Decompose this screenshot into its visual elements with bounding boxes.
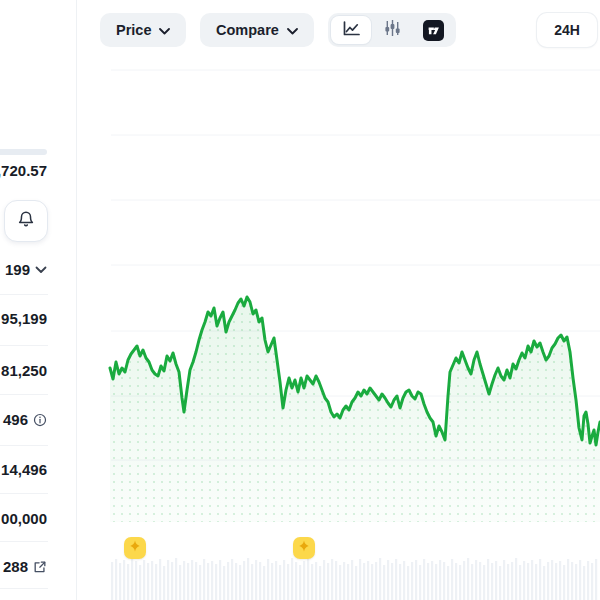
- volume-bar: [335, 561, 337, 600]
- volume-bar: [155, 564, 157, 600]
- volume-bar: [583, 566, 585, 600]
- volume-bar: [411, 562, 413, 600]
- volume-bar: [179, 565, 181, 600]
- volume-bar: [467, 558, 469, 600]
- volume-bar: [535, 564, 537, 600]
- volume-bar: [303, 561, 305, 600]
- volume-bar: [587, 561, 589, 600]
- volume-bar: [519, 565, 521, 600]
- volume-bar: [415, 560, 417, 600]
- volume-bar: [487, 559, 489, 600]
- volume-bar: [375, 562, 377, 600]
- volume-bar: [435, 564, 437, 600]
- volume-bar: [163, 566, 165, 600]
- volume-bar: [531, 560, 533, 600]
- volume-bar: [423, 559, 425, 600]
- volume-bar: [251, 564, 253, 600]
- event-marker-badge[interactable]: [293, 537, 315, 559]
- volume-bar: [151, 561, 153, 600]
- volume-bar: [131, 558, 133, 600]
- volume-bar: [203, 559, 205, 600]
- volume-bar: [235, 563, 237, 600]
- volume-bar: [591, 563, 593, 600]
- volume-bar: [379, 558, 381, 600]
- volume-bar: [395, 559, 397, 600]
- volume-bar: [595, 559, 597, 600]
- volume-bar: [175, 558, 177, 600]
- volume-bar: [331, 559, 333, 600]
- volume-bar: [419, 565, 421, 600]
- volume-bar: [443, 562, 445, 600]
- volume-bar: [195, 562, 197, 600]
- volume-bar: [563, 565, 565, 600]
- volume-bar: [159, 559, 161, 600]
- volume-bar: [307, 559, 309, 600]
- volume-bar: [227, 562, 229, 600]
- volume-bar: [283, 560, 285, 600]
- volume-bar: [367, 561, 369, 600]
- volume-bar: [295, 562, 297, 600]
- volume-bar: [247, 558, 249, 600]
- volume-bar: [495, 561, 497, 600]
- volume-bar: [447, 566, 449, 600]
- volume-bar: [559, 561, 561, 600]
- volume-bar: [511, 562, 513, 600]
- volume-bar: [567, 559, 569, 600]
- volume-bar: [571, 562, 573, 600]
- event-marker-badge[interactable]: [124, 537, 146, 559]
- volume-bar: [143, 560, 145, 600]
- volume-bar: [275, 561, 277, 600]
- volume-bar: [171, 562, 173, 600]
- volume-bar: [343, 562, 345, 600]
- volume-bar: [287, 564, 289, 600]
- volume-bar: [119, 563, 121, 600]
- volume-bar: [371, 564, 373, 600]
- volume-bar: [347, 564, 349, 600]
- volume-bar: [239, 565, 241, 600]
- volume-bar: [211, 561, 213, 600]
- volume-bar: [439, 560, 441, 600]
- volume-bar: [451, 559, 453, 600]
- volume-bar: [391, 563, 393, 600]
- volume-bar: [503, 560, 505, 600]
- volume-bar: [471, 564, 473, 600]
- volume-bar: [219, 560, 221, 600]
- volume-bar: [499, 566, 501, 600]
- volume-bar: [475, 560, 477, 600]
- volume-bar: [507, 564, 509, 600]
- volume-bar: [315, 562, 317, 600]
- volume-bar: [319, 566, 321, 600]
- volume-bar: [407, 566, 409, 600]
- volume-bar: [291, 558, 293, 600]
- volume-bar: [463, 561, 465, 600]
- volume-bar: [127, 564, 129, 600]
- volume-bar: [207, 563, 209, 600]
- volume-bar: [355, 566, 357, 600]
- volume-bar: [359, 559, 361, 600]
- volume-bar: [351, 560, 353, 600]
- volume-bar: [579, 560, 581, 600]
- price-area-chart[interactable]: [0, 0, 600, 600]
- volume-bar: [271, 563, 273, 600]
- volume-bar: [123, 560, 125, 600]
- volume-bar: [279, 565, 281, 600]
- volume-bar: [399, 564, 401, 600]
- volume-bar: [139, 565, 141, 600]
- volume-bar: [167, 560, 169, 600]
- sparkle-star-icon: [127, 538, 143, 558]
- volume-bar: [263, 566, 265, 600]
- volume-bar: [267, 559, 269, 600]
- volume-bar: [455, 563, 457, 600]
- volume-bar: [231, 559, 233, 600]
- sparkle-star-icon: [296, 538, 312, 558]
- volume-bar: [183, 561, 185, 600]
- volume-bar: [243, 561, 245, 600]
- volume-bar: [259, 562, 261, 600]
- volume-bar: [363, 563, 365, 600]
- volume-bar: [311, 564, 313, 600]
- volume-bar: [111, 562, 113, 600]
- volume-bar: [427, 563, 429, 600]
- volume-bar: [383, 565, 385, 600]
- volume-bar: [199, 565, 201, 600]
- volume-bar: [339, 565, 341, 600]
